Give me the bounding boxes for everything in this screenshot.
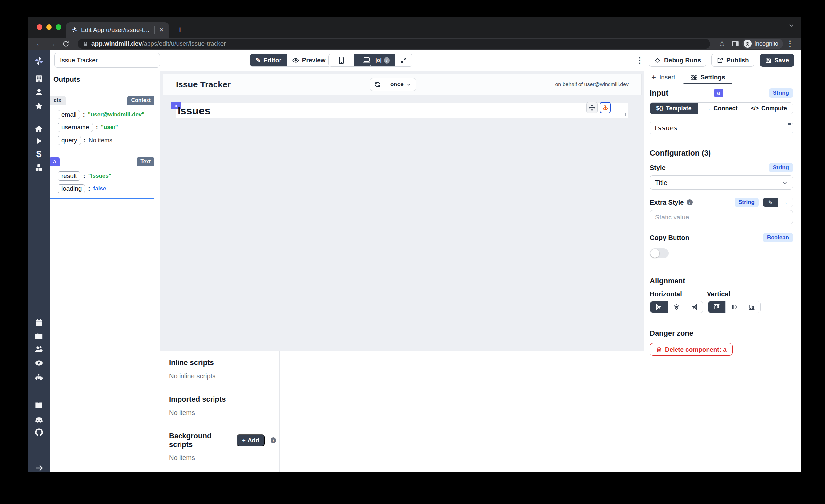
output-type-badge: Text [137,157,154,166]
debug-runs-button[interactable]: Debug Runs [649,54,706,67]
preview-tab[interactable]: Preview [287,54,331,66]
forward-icon[interactable]: → [47,39,58,49]
side-panel-icon[interactable] [729,39,741,49]
input-mode-toggle: ${} Template → Connect </> Compute [650,102,793,114]
align-right-button[interactable] [685,301,702,312]
home-icon[interactable] [33,123,45,134]
output-id-a[interactable]: a [50,157,60,166]
app-sidebar: $ [28,50,50,472]
output-value: false [93,186,106,192]
info-icon[interactable]: i [271,437,276,443]
template-mode-button[interactable]: ${} Template [650,103,698,114]
save-button[interactable]: Save [760,54,794,67]
app-canvas[interactable]: Issue Tracker once on behalf of [160,71,644,351]
style-select[interactable]: Title [650,175,793,190]
mobile-view-button[interactable] [329,54,354,66]
groups-icon[interactable] [33,343,45,355]
minimize-window-button[interactable] [46,24,52,30]
compute-mode-button[interactable]: </> Compute [745,103,793,114]
plus-icon: + [242,437,245,444]
tab-insert[interactable]: + Insert [652,71,675,83]
windmill-logo[interactable] [33,56,45,67]
copy-button-type-badge: Boolean [763,233,793,242]
info-icon[interactable]: i [687,199,693,205]
docs-book-icon[interactable] [33,400,45,411]
copy-button-toggle[interactable] [650,248,669,259]
inline-scripts-heading: Inline scripts [169,358,276,367]
sliders-icon [690,74,697,81]
output-row-query[interactable]: query : No items [58,136,151,145]
schedules-calendar-icon[interactable] [33,317,45,329]
variables-dollar-icon[interactable]: $ [33,149,45,160]
align-bottom-button[interactable] [743,301,760,312]
background-scripts-empty: No items [169,454,276,462]
workspace-icon[interactable] [33,73,45,84]
extra-style-input[interactable] [650,210,793,224]
text-component-a[interactable]: a Issues [175,103,628,118]
anchor-button[interactable] [600,102,611,113]
vertical-label: Vertical [707,290,730,298]
template-value: Issues [654,124,677,132]
browser-window: Edit App u/user/issue-tracker ✕ + ← → ap… [28,16,801,472]
runs-play-icon[interactable] [33,135,45,147]
workers-robot-icon[interactable] [33,372,45,383]
template-editor[interactable]: Issues [650,122,793,134]
close-window-button[interactable] [36,24,42,30]
move-handle[interactable] [586,102,598,113]
close-tab-icon[interactable]: ✕ [158,26,165,34]
refresh-button[interactable] [370,78,385,91]
maximize-window-button[interactable] [56,24,61,30]
section-divider [645,268,801,268]
app-title-input[interactable] [55,53,160,68]
new-tab-button[interactable]: + [174,25,186,35]
back-icon[interactable]: ← [33,39,45,49]
align-center-button[interactable] [668,301,685,312]
reload-icon[interactable] [60,39,72,49]
bookmark-star-icon[interactable]: ☆ [716,39,728,49]
style-label: Style [650,164,666,172]
traffic-lights [36,24,61,30]
tab-strip: Edit App u/user/issue-tracker ✕ + [28,16,801,38]
connect-mode-button[interactable]: → Connect [698,103,745,114]
folders-icon[interactable] [33,331,45,342]
output-row-email[interactable]: email : "user@windmill.dev" [58,110,151,119]
tab-search-chevron-icon[interactable] [789,22,794,28]
output-row-loading[interactable]: loading : false [58,184,151,194]
editor-tab[interactable]: ✎ Editor [250,54,287,66]
copy-button-label: Copy Button [650,234,689,241]
output-id-ctx[interactable]: ctx [50,96,66,104]
bounds-view-button[interactable]: |o| i [370,54,395,66]
static-edit-button[interactable]: ✎ [763,198,778,207]
expand-sidebar-arrow-icon[interactable] [33,462,45,472]
delete-component-button[interactable]: Delete component: a [650,343,733,356]
user-icon[interactable] [33,86,45,98]
delete-label: Delete component: a [665,346,727,353]
align-top-button[interactable] [708,301,725,312]
output-key: query [58,136,81,145]
add-background-script-button[interactable]: + Add [237,434,265,446]
fullscreen-button[interactable] [395,54,412,66]
browser-tab[interactable]: Edit App u/user/issue-tracker ✕ [66,22,169,38]
audit-logs-eye-icon[interactable] [33,357,45,369]
resize-handle[interactable] [623,113,626,116]
align-left-button[interactable] [650,301,668,312]
favorites-star-icon[interactable] [33,100,45,111]
connect-arrow-button[interactable]: → [778,198,793,207]
align-middle-button[interactable] [725,301,743,312]
browser-menu-icon[interactable]: ⋮ [784,39,796,48]
tab-settings[interactable]: Settings [690,71,725,83]
more-options-icon[interactable]: ⋮ [635,56,644,65]
output-row-username[interactable]: username : "user" [58,123,151,132]
external-link-icon [717,57,723,64]
horizontal-label: Horizontal [650,290,707,298]
refresh-mode-dropdown[interactable]: once [385,78,416,91]
pencil-icon: ✎ [768,199,772,206]
resources-cubes-icon[interactable] [33,162,45,173]
address-field[interactable]: app.windmill.dev/apps/edit/u/user/issue-… [78,39,710,49]
publish-button[interactable]: Publish [711,54,754,67]
output-row-result[interactable]: result : "Issues" [58,171,151,181]
discord-icon[interactable] [33,414,45,425]
github-icon[interactable] [33,427,45,438]
component-text: Issues [177,104,211,117]
phone-icon [338,57,345,64]
